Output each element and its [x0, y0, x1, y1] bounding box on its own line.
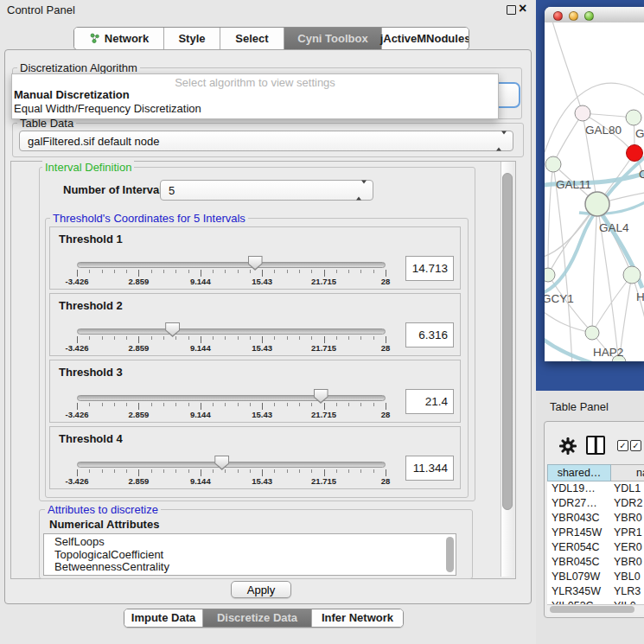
network-window-titlebar[interactable]	[545, 7, 644, 23]
tab-label: Select	[235, 29, 268, 48]
threshold-slider-thumb[interactable]	[248, 256, 263, 271]
table-row[interactable]: YBL079WYBL0	[547, 570, 644, 584]
minor-tick	[225, 336, 226, 340]
minimize-traffic-light-icon[interactable]	[569, 11, 578, 21]
algorithm-popup-placeholder: Select algorithm to view settings	[12, 76, 498, 89]
gear-icon[interactable]	[558, 437, 577, 456]
attribute-list-item[interactable]: SelfLoops	[54, 536, 456, 549]
major-tick	[262, 469, 263, 476]
algorithm-group-title: Discretization Algorithm	[17, 61, 140, 74]
table-row[interactable]: YDR27…YDR2	[547, 496, 644, 511]
threshold-value-field[interactable]: 21.4	[405, 389, 454, 414]
threshold-value-field[interactable]: 6.316	[405, 322, 454, 348]
close-traffic-light-icon[interactable]	[553, 11, 563, 21]
screen: Control Panel × NetworkStyleSelectCyni T…	[0, 0, 644, 644]
numerical-attributes-label: Numerical Attributes	[49, 518, 159, 531]
threshold-slider-thumb[interactable]	[214, 456, 229, 470]
table-row[interactable]: YPR145WYPR1	[547, 526, 644, 540]
network-node-hap2[interactable]	[585, 326, 599, 340]
major-tick	[386, 336, 386, 343]
minor-tick	[274, 403, 275, 406]
table-row[interactable]: YDL19…YDL1	[547, 481, 644, 496]
attribute-list-item[interactable]: BetweennessCentrality	[54, 561, 456, 574]
algorithm-popup: Select algorithm to view settings Manual…	[11, 73, 499, 119]
network-node-label: GAL80	[585, 124, 622, 137]
network-node-h[interactable]	[623, 266, 641, 284]
network-canvas[interactable]: GAL80GCGAL11GAL4GCY1HHAP2	[545, 22, 644, 361]
threshold-label: Threshold 2	[59, 299, 123, 312]
minor-tick	[175, 469, 176, 473]
threshold-slider-thumb[interactable]	[165, 322, 180, 337]
minor-tick	[348, 270, 349, 273]
minor-tick	[360, 270, 361, 273]
table-row[interactable]: YLR345WYLR3	[547, 584, 644, 599]
minor-tick	[188, 469, 189, 473]
algorithm-popup-item[interactable]: Equal Width/Frequency Discretization	[14, 102, 201, 115]
minor-tick	[238, 270, 239, 273]
minor-tick	[114, 469, 115, 473]
network-node-gal11[interactable]	[545, 156, 561, 172]
minor-tick	[225, 469, 226, 473]
minor-tick	[175, 336, 176, 340]
split-columns-icon[interactable]	[586, 436, 605, 455]
tick-label: 15.43	[252, 277, 272, 286]
float-window-icon[interactable]	[507, 5, 516, 15]
tab-discretize-data[interactable]: Discretize Data	[203, 609, 312, 627]
table-column-header-shared[interactable]: shared…	[547, 464, 611, 481]
minor-tick	[188, 403, 189, 406]
number-of-intervals-combobox[interactable]: 5	[160, 180, 373, 201]
attribute-list-item[interactable]: TopologicalCoefficient	[54, 549, 456, 562]
attributes-group-title: Attributes to discretize	[45, 503, 161, 516]
threshold-value-field[interactable]: 11.344	[405, 456, 454, 481]
tab-jactivemnodules[interactable]: jActiveMNodules	[382, 28, 469, 49]
close-icon[interactable]: ×	[519, 1, 526, 16]
major-tick	[77, 336, 78, 343]
major-tick	[386, 469, 386, 476]
tab-impute-data[interactable]: Impute Data	[124, 609, 203, 627]
tab-style[interactable]: Style	[164, 28, 220, 49]
tick-label: 21.715	[311, 343, 336, 353]
bottom-tab-bar: Impute DataDiscretize DataInfer Network	[124, 609, 404, 628]
table-row[interactable]: YBR043CYBR0	[547, 511, 644, 526]
checkbox-icon[interactable]: ✓	[630, 440, 641, 451]
threshold-slider-track[interactable]	[77, 262, 386, 268]
threshold-panel: Threshold 2-3.4262.8599.14415.4321.71528…	[49, 293, 461, 356]
threshold-slider-track[interactable]	[77, 395, 386, 401]
table-row[interactable]: YBR045CYBR0	[547, 555, 644, 570]
algorithm-popup-item[interactable]: Manual Discretization	[14, 88, 130, 101]
network-node-label: H	[636, 290, 644, 303]
zoom-traffic-light-icon[interactable]	[584, 11, 594, 21]
tick-label: -3.426	[66, 277, 89, 286]
minor-tick	[274, 270, 275, 273]
network-node-label: GAL4	[599, 221, 629, 234]
major-tick	[262, 403, 263, 410]
minor-tick	[89, 336, 90, 340]
tab-network[interactable]: Network	[74, 28, 164, 49]
list-scrollbar-thumb[interactable]	[446, 537, 454, 572]
checkbox-icon[interactable]: ✓	[617, 440, 628, 451]
horizontal-scrollbar-thumb[interactable]	[550, 606, 634, 613]
threshold-slider-track[interactable]	[77, 462, 386, 468]
threshold-slider-track[interactable]	[77, 328, 386, 335]
table-cell-name: YLR3	[614, 584, 641, 599]
network-node-gal80[interactable]	[575, 105, 590, 121]
major-tick	[138, 469, 139, 476]
tab-select[interactable]: Select	[220, 28, 284, 49]
table-column-header-name[interactable]: na	[611, 464, 644, 481]
network-node-gcy1[interactable]	[545, 268, 555, 282]
table-data-combobox[interactable]: galFiltered.sif default node	[19, 131, 513, 151]
tab-infer-network[interactable]: Infer Network	[312, 609, 403, 627]
tab-cyni-toolbox[interactable]: Cyni Toolbox	[284, 28, 382, 49]
apply-button[interactable]: Apply	[231, 581, 291, 598]
network-node-c[interactable]	[627, 145, 643, 162]
network-node-g[interactable]	[626, 110, 641, 125]
table-cell-name: YER0	[614, 540, 642, 555]
table-row[interactable]: YER054CYER0	[547, 540, 644, 555]
threshold-slider-thumb[interactable]	[314, 389, 328, 404]
minor-tick	[373, 270, 374, 273]
network-node-gal4[interactable]	[585, 192, 609, 216]
minor-tick	[250, 469, 251, 473]
vertical-scrollbar-thumb[interactable]	[502, 173, 513, 510]
numerical-attributes-list[interactable]: SelfLoopsTopologicalCoefficientBetweenne…	[43, 533, 456, 576]
threshold-value-field[interactable]: 14.713	[405, 256, 454, 281]
